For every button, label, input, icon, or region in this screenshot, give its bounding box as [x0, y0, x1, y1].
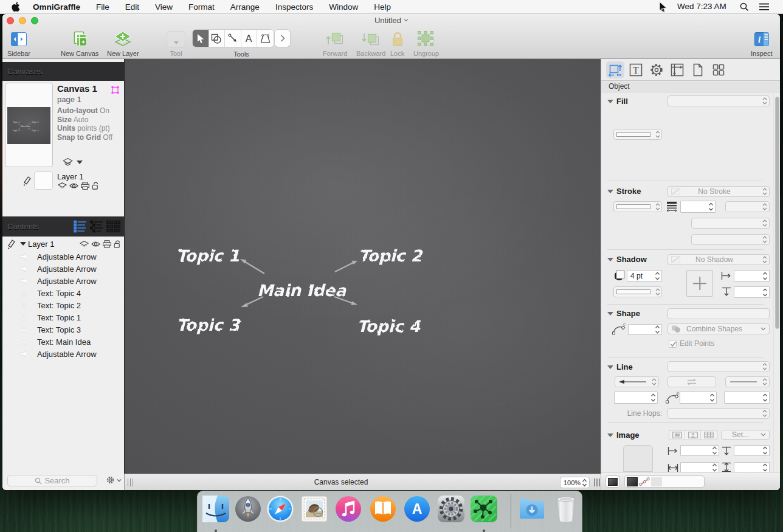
canvas-thumbnail[interactable]: Topic 1Topic 2 Main Idea Topic 3Topic 4	[5, 83, 53, 167]
view-list-icon[interactable]	[74, 220, 87, 233]
line-type-dropdown[interactable]	[667, 361, 770, 372]
outline-layer-lock-icon[interactable]	[114, 240, 121, 248]
layer-stack-icon[interactable]	[58, 182, 67, 190]
dock-mail-icon[interactable]	[300, 494, 329, 523]
shadow-offset-pad[interactable]	[686, 270, 713, 297]
outline-item-9[interactable]: Adjustable Arrow	[2, 348, 124, 361]
canvas-layers-dropdown[interactable]	[63, 158, 83, 166]
menu-arrange[interactable]: Arrange	[230, 2, 260, 12]
window-title[interactable]: Untitled	[2, 16, 780, 25]
image-offset-y-input[interactable]	[734, 445, 770, 456]
node-topic2[interactable]: Topic 2	[359, 246, 424, 265]
notification-center-icon[interactable]	[759, 3, 769, 11]
line-start-size-input[interactable]	[614, 392, 658, 404]
line-end-arrow-dropdown[interactable]	[725, 376, 770, 387]
tab-properties-inspector[interactable]	[647, 61, 666, 78]
stroke-style-chit[interactable]	[639, 477, 650, 486]
arrow-to-topic2[interactable]	[335, 261, 357, 272]
layer-thumbnail[interactable]	[34, 171, 53, 190]
style-swatch-button[interactable]	[605, 475, 620, 488]
dock-system-preferences-icon[interactable]	[436, 494, 466, 523]
canvas-name[interactable]: Canvas 1	[57, 83, 97, 94]
view-outline-icon[interactable]	[90, 220, 103, 233]
outline-item-5[interactable]: AText: Topic 2	[2, 300, 124, 312]
toolbar-sidebar-button[interactable]: Sidebar	[7, 30, 30, 57]
outline-layer-name[interactable]: Layer 1	[28, 240, 54, 249]
search-input[interactable]: Search	[7, 475, 97, 486]
dock-trash-icon[interactable]	[551, 494, 581, 523]
toolbar-ungroup-button[interactable]: Ungroup	[413, 30, 439, 57]
toolbar-tool-dropdown[interactable]: Tool	[167, 30, 185, 57]
layer-row[interactable]: Layer 1	[2, 171, 124, 206]
shadow-blur-input[interactable]: 4 pt	[627, 270, 662, 282]
outline-item-8[interactable]: AText: Main Idea	[2, 336, 124, 348]
line-tool-button[interactable]	[225, 30, 241, 47]
artboard-tool-button[interactable]	[257, 30, 274, 47]
menu-edit[interactable]: Edit	[125, 2, 139, 12]
dock-omnigraffle-icon[interactable]	[469, 494, 498, 523]
outline-layer-header[interactable]: Layer 1	[2, 238, 124, 250]
inspector-scrollbar-thumb[interactable]	[775, 97, 779, 329]
menu-format[interactable]: Format	[188, 2, 215, 12]
node-main-idea[interactable]: Main Idea	[257, 281, 347, 300]
tab-stencils-inspector[interactable]	[709, 61, 728, 78]
dock-finder-icon[interactable]	[201, 494, 230, 523]
shadow-offset-x-input[interactable]	[734, 270, 770, 282]
image-set-dropdown[interactable]: Set...	[721, 430, 770, 440]
toolbar-inspect-button[interactable]: i Inspect	[751, 30, 772, 57]
stroke-style-dropdown[interactable]	[725, 201, 770, 212]
tools-overflow-button[interactable]	[275, 30, 290, 47]
node-topic1[interactable]: Topic 1	[176, 246, 240, 265]
arrow-to-topic1[interactable]	[240, 259, 264, 274]
shape-tool-button[interactable]	[209, 30, 226, 47]
menu-app-name[interactable]: OmniGraffle	[33, 2, 80, 12]
outline-item-3[interactable]: Adjustable Arrow	[2, 275, 124, 288]
outline-pencil-icon[interactable]	[7, 240, 16, 249]
layer-name[interactable]: Layer 1	[57, 172, 83, 181]
sidebar-action-gear-button[interactable]	[106, 475, 122, 485]
tab-canvas-inspector[interactable]	[668, 61, 686, 78]
menu-window[interactable]: Window	[329, 2, 358, 12]
layer-edit-pencil-icon[interactable]	[22, 176, 32, 186]
dock-launchpad-icon[interactable]	[233, 494, 263, 523]
dock-itunes-icon[interactable]	[334, 494, 363, 523]
shape-radius-input[interactable]	[628, 324, 662, 335]
inspector-scrollbar[interactable]	[773, 94, 779, 472]
outline-layer-stack-icon[interactable]	[80, 241, 89, 248]
menu-clock[interactable]: Wed 7:23 AM	[677, 2, 726, 11]
image-fit-icon[interactable]	[669, 430, 685, 440]
toolbar-lock-button[interactable]: Lock	[390, 30, 404, 57]
node-topic4[interactable]: Topic 4	[357, 317, 421, 336]
outline-item-4[interactable]: AText: Topic 4	[2, 288, 124, 300]
layer-disclosure-triangle[interactable]	[20, 242, 26, 246]
line-hops-dropdown[interactable]	[667, 408, 770, 419]
dock-ibooks-icon[interactable]	[368, 494, 398, 523]
line-start-arrow-dropdown[interactable]	[615, 376, 659, 387]
menu-inspectors[interactable]: Inspectors	[275, 2, 313, 12]
tab-text-inspector[interactable]: T	[627, 61, 645, 78]
line-curve-input[interactable]	[680, 392, 717, 404]
zoom-control[interactable]: 100%	[560, 477, 590, 488]
stroke-join-dropdown[interactable]	[691, 234, 770, 245]
shadow-color-well[interactable]	[613, 286, 662, 297]
shape-section-header[interactable]: Shape	[607, 309, 640, 318]
view-grid-icon[interactable]	[106, 220, 120, 233]
image-section-header[interactable]: Image	[607, 430, 640, 440]
dock-downloads-icon[interactable]	[517, 494, 547, 523]
layer-visibility-eye-icon[interactable]	[69, 182, 78, 189]
apple-menu-icon[interactable]	[12, 2, 20, 12]
stroke-corner-dropdown[interactable]	[691, 218, 770, 229]
selection-tool-button[interactable]	[193, 30, 209, 47]
line-end-size-input[interactable]	[724, 392, 770, 404]
outline-layer-eye-icon[interactable]	[91, 241, 100, 247]
menu-help[interactable]: Help	[374, 2, 391, 12]
image-mask-icon[interactable]	[685, 430, 701, 440]
dock-safari-icon[interactable]	[266, 494, 295, 523]
shadow-type-dropdown[interactable]: No Shadow	[667, 254, 770, 265]
menu-file[interactable]: File	[96, 2, 109, 12]
outline-item-2[interactable]: Adjustable Arrow	[2, 263, 124, 275]
toolbar-forward-button[interactable]: Forward	[323, 30, 347, 57]
drawing-canvas[interactable]: Topic 1 Topic 2 Main Idea Topic 3 Topic …	[124, 59, 601, 474]
outline-item-7[interactable]: AText: Topic 3	[2, 324, 124, 336]
line-swap-arrows-button[interactable]	[667, 376, 716, 387]
